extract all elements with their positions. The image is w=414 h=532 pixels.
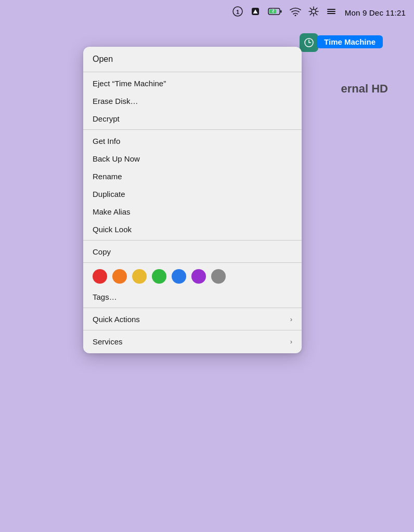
quick-actions-chevron: › bbox=[290, 315, 292, 323]
color-dot-gray[interactable] bbox=[211, 269, 226, 284]
wifi-icon[interactable] bbox=[290, 7, 301, 19]
color-dot-purple[interactable] bbox=[191, 269, 206, 284]
menu-item-quick-actions[interactable]: Quick Actions › bbox=[83, 310, 302, 328]
menu-icon[interactable] bbox=[326, 6, 337, 19]
svg-line-12 bbox=[310, 8, 312, 9]
separator-4 bbox=[83, 262, 302, 263]
svg-line-14 bbox=[315, 8, 317, 9]
color-dot-blue[interactable] bbox=[172, 269, 186, 284]
menubar-icons: 1 bbox=[232, 6, 337, 19]
separator-1 bbox=[83, 72, 302, 72]
color-dot-yellow[interactable] bbox=[132, 269, 147, 284]
separator-2 bbox=[83, 129, 302, 130]
services-chevron: › bbox=[290, 338, 292, 345]
color-dot-red[interactable] bbox=[93, 269, 107, 284]
color-dots-row bbox=[83, 265, 302, 288]
menu-item-quick-look-label: Quick Look bbox=[93, 225, 132, 234]
menu-item-eject[interactable]: Eject “Time Machine” bbox=[83, 74, 302, 92]
menu-item-duplicate-label: Duplicate bbox=[93, 190, 125, 198]
menu-item-get-info-label: Get Info bbox=[93, 137, 120, 145]
svg-rect-17 bbox=[327, 11, 335, 12]
menu-item-quick-look[interactable]: Quick Look bbox=[83, 220, 302, 238]
menu-item-tags-label: Tags… bbox=[93, 292, 117, 301]
menu-item-back-up-now-label: Back Up Now bbox=[93, 154, 140, 163]
svg-rect-4 bbox=[280, 10, 282, 12]
menu-item-back-up-now[interactable]: Back Up Now bbox=[83, 150, 302, 167]
battery-icon[interactable] bbox=[268, 6, 282, 19]
menu-item-erase-disk[interactable]: Erase Disk… bbox=[83, 92, 302, 110]
separator-5 bbox=[83, 308, 302, 308]
context-menu: Open Eject “Time Machine” Erase Disk… De… bbox=[83, 47, 302, 353]
svg-text:1: 1 bbox=[236, 8, 239, 15]
menu-item-decrypt[interactable]: Decrypt bbox=[83, 110, 302, 127]
menu-item-make-alias[interactable]: Make Alias bbox=[83, 203, 302, 220]
delta-icon[interactable] bbox=[250, 6, 261, 19]
svg-point-6 bbox=[294, 15, 296, 16]
svg-line-15 bbox=[310, 13, 312, 15]
1password-icon[interactable]: 1 bbox=[232, 6, 243, 19]
controls-icon[interactable] bbox=[308, 6, 319, 19]
svg-rect-16 bbox=[327, 9, 335, 10]
menu-item-services-label: Services bbox=[93, 337, 123, 346]
menu-item-copy-label: Copy bbox=[93, 247, 111, 256]
separator-3 bbox=[83, 240, 302, 241]
menu-item-open[interactable]: Open bbox=[83, 50, 302, 70]
color-dot-orange[interactable] bbox=[112, 269, 127, 284]
time-machine-badge: Time Machine bbox=[317, 35, 383, 48]
svg-point-7 bbox=[312, 9, 316, 14]
separator-6 bbox=[83, 330, 302, 330]
menu-item-duplicate[interactable]: Duplicate bbox=[83, 185, 302, 203]
menu-item-make-alias-label: Make Alias bbox=[93, 207, 131, 216]
menubar: 1 bbox=[0, 0, 414, 25]
svg-rect-18 bbox=[327, 13, 335, 14]
external-hd-label: ernal HD bbox=[341, 82, 388, 96]
menu-item-quick-actions-label: Quick Actions bbox=[93, 315, 140, 324]
menu-item-get-info[interactable]: Get Info bbox=[83, 132, 302, 150]
menu-item-copy[interactable]: Copy bbox=[83, 243, 302, 260]
menu-item-rename-label: Rename bbox=[93, 172, 122, 181]
menu-item-erase-disk-label: Erase Disk… bbox=[93, 97, 138, 105]
menu-item-eject-label: Eject “Time Machine” bbox=[93, 79, 166, 88]
menubar-time: Mon 9 Dec 11:21 bbox=[345, 8, 406, 17]
menu-item-services[interactable]: Services › bbox=[83, 332, 302, 350]
menu-item-tags[interactable]: Tags… bbox=[83, 288, 302, 305]
menu-item-decrypt-label: Decrypt bbox=[93, 114, 120, 123]
color-dot-green[interactable] bbox=[152, 269, 166, 284]
svg-line-13 bbox=[315, 13, 317, 15]
menu-item-open-label: Open bbox=[93, 55, 113, 64]
menu-item-rename[interactable]: Rename bbox=[83, 167, 302, 185]
time-machine-app-icon bbox=[300, 33, 318, 52]
